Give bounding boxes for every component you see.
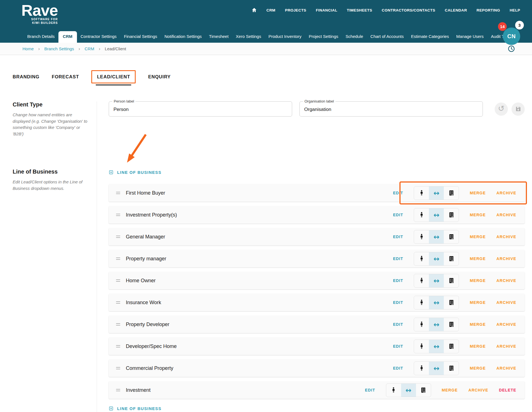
person-toggle-button[interactable] [414,318,429,331]
drag-handle-icon[interactable] [115,322,121,327]
both-toggle-button[interactable]: ↔ [429,208,444,222]
archive-button[interactable]: ARCHIVE [496,235,516,239]
merge-button[interactable]: MERGE [470,256,486,261]
add-line-of-business-button[interactable]: LINE OF BUSINESS [109,170,162,175]
both-toggle-button[interactable]: ↔ [401,384,416,397]
drag-handle-icon[interactable] [115,190,121,196]
notification-badge-white[interactable]: 3 [515,21,524,29]
person-toggle-button[interactable] [414,274,429,287]
organisation-toggle-button[interactable] [444,186,459,200]
settings-nav-item[interactable]: CRM [58,31,77,43]
both-toggle-button[interactable]: ↔ [429,252,444,265]
main-nav-item[interactable]: PROJECTS [285,8,306,12]
archive-button[interactable]: ARCHIVE [496,322,516,327]
tab-lead-client[interactable]: LEAD/CLIENT [97,74,130,79]
merge-button[interactable]: MERGE [470,322,486,327]
save-button[interactable] [511,103,525,116]
main-nav-item[interactable]: FINANCIAL [316,8,337,12]
tab-forecast[interactable]: FORECAST [52,74,79,79]
delete-button[interactable]: DELETE [499,388,516,392]
merge-button[interactable]: MERGE [470,344,486,349]
settings-nav-item[interactable]: Project Settings [305,31,342,43]
archive-button[interactable]: ARCHIVE [496,278,516,283]
organisation-toggle-button[interactable] [416,384,431,397]
add-line-of-business-button-bottom[interactable]: LINE OF BUSINESS [109,406,162,411]
person-toggle-button[interactable] [414,362,429,375]
history-clock-icon[interactable] [508,45,515,53]
settings-nav-item[interactable]: Branch Details [24,31,58,43]
person-toggle-button[interactable] [414,252,429,265]
person-toggle-button[interactable] [414,296,429,309]
organisation-toggle-button[interactable] [444,252,459,265]
both-toggle-button[interactable]: ↔ [429,230,444,243]
person-toggle-button[interactable] [414,186,429,200]
edit-button[interactable]: EDIT [393,191,403,195]
main-nav-item[interactable]: CRM [267,8,276,12]
edit-button[interactable]: EDIT [393,213,403,217]
drag-handle-icon[interactable] [115,212,121,218]
main-nav-item[interactable]: TIMESHEETS [347,8,372,12]
archive-button[interactable]: ARCHIVE [468,388,488,392]
drag-handle-icon[interactable] [115,387,121,393]
main-nav-item[interactable]: CONTRACTORS/CONTACTS [382,8,435,12]
archive-button[interactable]: ARCHIVE [496,300,516,305]
organisation-label-input[interactable] [300,102,483,116]
main-nav-item[interactable]: HELP [510,8,520,12]
edit-button[interactable]: EDIT [393,322,403,327]
main-nav-item[interactable]: CALENDAR [445,8,467,12]
rave-logo[interactable]: Rave SOFTWARE FOR KIWI BUILDERS [21,2,58,25]
merge-button[interactable]: MERGE [470,213,486,217]
settings-nav-item[interactable]: Contractor Settings [77,31,120,43]
settings-nav-item[interactable]: Manage Users [453,31,487,43]
archive-button[interactable]: ARCHIVE [496,256,516,261]
drag-handle-icon[interactable] [115,278,121,283]
person-toggle-button[interactable] [414,230,429,243]
merge-button[interactable]: MERGE [442,388,458,392]
organisation-toggle-button[interactable] [444,318,459,331]
person-toggle-button[interactable] [414,340,429,353]
edit-button[interactable]: EDIT [365,388,375,392]
settings-nav-item[interactable]: Schedule [342,31,367,43]
organisation-toggle-button[interactable] [444,362,459,375]
organisation-toggle-button[interactable] [444,296,459,309]
organisation-toggle-button[interactable] [444,340,459,353]
both-toggle-button[interactable]: ↔ [429,296,444,309]
edit-button[interactable]: EDIT [393,300,403,305]
both-toggle-button[interactable]: ↔ [429,340,444,353]
merge-button[interactable]: MERGE [470,300,486,305]
both-toggle-button[interactable]: ↔ [429,186,444,200]
both-toggle-button[interactable]: ↔ [429,274,444,287]
settings-nav-item[interactable]: Chart of Accounts [367,31,407,43]
breadcrumb-item[interactable]: CRM [85,46,94,51]
edit-button[interactable]: EDIT [393,235,403,239]
home-icon[interactable] [251,7,257,13]
merge-button[interactable]: MERGE [470,235,486,239]
drag-handle-icon[interactable] [115,234,121,240]
settings-nav-item[interactable]: Financial Settings [120,31,161,43]
undo-button[interactable]: ↺ [495,103,508,116]
edit-button[interactable]: EDIT [393,366,403,370]
person-toggle-button[interactable] [414,208,429,222]
archive-button[interactable]: ARCHIVE [496,191,516,195]
notification-badge-red[interactable]: 14 [498,22,507,31]
settings-nav-item[interactable]: Estimate Categories [407,31,453,43]
merge-button[interactable]: MERGE [470,278,486,283]
drag-handle-icon[interactable] [115,343,121,349]
edit-button[interactable]: EDIT [393,344,403,349]
person-toggle-button[interactable] [386,384,401,397]
drag-handle-icon[interactable] [115,300,121,305]
settings-nav-item[interactable]: Product Inventory [265,31,305,43]
settings-nav-item[interactable]: Xero Settings [232,31,265,43]
archive-button[interactable]: ARCHIVE [496,213,516,217]
settings-nav-item[interactable]: Timesheet [205,31,232,43]
organisation-toggle-button[interactable] [444,274,459,287]
drag-handle-icon[interactable] [115,256,121,261]
organisation-toggle-button[interactable] [444,230,459,243]
archive-button[interactable]: ARCHIVE [496,344,516,349]
avatar[interactable]: 14 3 CN [503,28,520,45]
drag-handle-icon[interactable] [115,365,121,371]
breadcrumb-item[interactable]: Branch Settings [44,46,74,51]
both-toggle-button[interactable]: ↔ [429,362,444,375]
person-label-input[interactable] [109,102,292,116]
both-toggle-button[interactable]: ↔ [429,318,444,331]
